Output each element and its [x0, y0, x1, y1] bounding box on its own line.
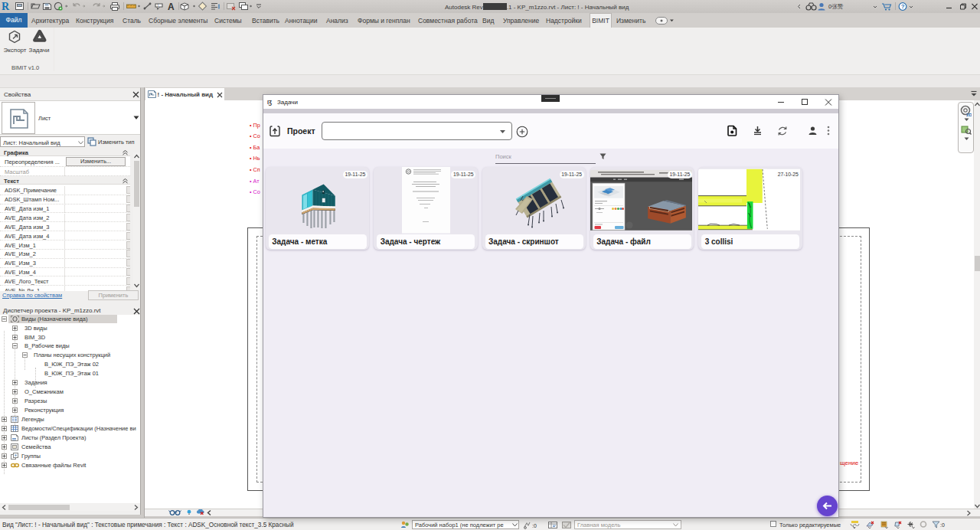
svg-text::0: :0: [940, 522, 945, 528]
svg-text:?: ?: [901, 3, 905, 10]
svg-text:A: A: [168, 2, 175, 12]
svg-text:R: R: [2, 1, 10, 12]
svg-text:0张赞: 0张赞: [828, 3, 844, 10]
svg-text::0: :0: [532, 523, 537, 528]
svg-text:2D: 2D: [966, 113, 972, 117]
